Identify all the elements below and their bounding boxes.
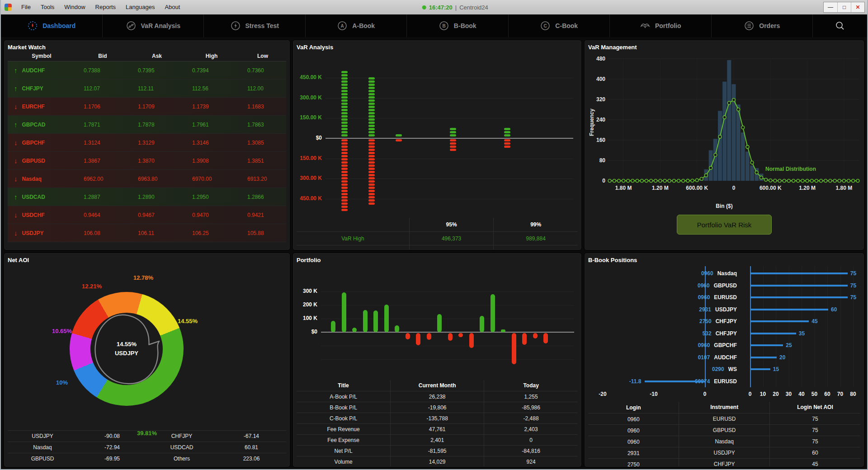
- net-aoi-table-row: Nasdaq-72.94USDCAD60.81: [8, 442, 286, 453]
- svg-text:0: 0: [602, 178, 605, 184]
- portfolio-bar: [416, 333, 420, 345]
- market-watch-row[interactable]: ↑CHFJPY112.07112.11112.56112.00: [8, 80, 286, 98]
- symbol-cell: ↑AUDCHF: [8, 66, 75, 74]
- header-cell: 99%: [493, 218, 578, 231]
- loss-dot: [341, 190, 348, 192]
- gain-dot: [341, 128, 348, 130]
- market-watch-row[interactable]: ↓GBPUSD1.38671.38701.39081.3851: [8, 152, 286, 170]
- portfolio-var-risk-button[interactable]: Portfolio VaR Risk: [677, 215, 772, 235]
- gain-dot: [450, 128, 456, 130]
- market-watch-row[interactable]: ↑GBPCAD1.78711.78781.79611.7863: [8, 116, 286, 134]
- tab-c-book[interactable]: CC-Book: [509, 14, 610, 37]
- instrument-name: CHFJPY: [716, 330, 737, 337]
- tab-dashboard[interactable]: Dashboard: [1, 14, 103, 37]
- menu-about[interactable]: About: [160, 0, 185, 14]
- instrument-name: CHFJPY: [716, 318, 737, 324]
- cell: Fee Revenue: [297, 426, 390, 432]
- gain-dot: [341, 106, 348, 108]
- minimize-button[interactable]: —: [824, 2, 837, 12]
- column-header-ask: Ask: [130, 53, 184, 59]
- cell: 2750: [588, 461, 679, 468]
- menu-tools[interactable]: Tools: [36, 0, 59, 14]
- title-bar: FileToolsWindowReportsLanguagesAbout 16:…: [1, 0, 867, 14]
- login-number: 2931: [699, 306, 711, 313]
- loss-dot: [368, 164, 375, 167]
- net-aoi-table-row: USDJPY-90.08CHFJPY-67.14: [8, 430, 286, 442]
- market-watch-row[interactable]: ↓Nasdaq6962.006963.806970.006913.20: [8, 170, 286, 188]
- tab-stress-test[interactable]: Stress Test: [204, 14, 306, 37]
- tab-orders[interactable]: Orders: [712, 14, 813, 37]
- market-watch-row[interactable]: ↓USDJPY106.08106.11106.25105.88: [8, 224, 286, 242]
- cell: 0960: [588, 428, 679, 434]
- portfolio-table-header: TitleCurrent MonthToday: [297, 380, 578, 391]
- market-watch-row[interactable]: ↓EURCHF1.17061.17091.17391.1683: [8, 98, 286, 116]
- gain-dot: [368, 112, 375, 114]
- menu-reports[interactable]: Reports: [90, 0, 121, 14]
- loss-dot: [368, 139, 375, 141]
- tab-portfolio[interactable]: Portfolio: [610, 14, 712, 37]
- loss-dot: [368, 177, 375, 179]
- ask-value: 1.3129: [130, 140, 184, 146]
- tab-b-book[interactable]: BB-Book: [407, 14, 509, 37]
- menu-file[interactable]: File: [16, 0, 36, 14]
- market-watch-panel: Market Watch SymbolBidAskHighLow ↑AUDCHF…: [4, 40, 290, 250]
- market-watch-row[interactable]: ↑USDCAD1.28871.28901.29501.2866: [8, 188, 286, 206]
- loss-dot: [450, 149, 456, 151]
- svg-text:80: 80: [599, 157, 606, 164]
- cell: 75: [769, 414, 860, 425]
- gain-dot: [368, 134, 375, 136]
- x-axis-tick: 50: [811, 391, 817, 397]
- header-cell: Instrument: [679, 402, 769, 413]
- menu-window[interactable]: Window: [59, 0, 90, 14]
- search-button[interactable]: [813, 14, 867, 37]
- symbol-name: USDJPY: [22, 230, 44, 236]
- cell: USDJPY: [679, 447, 769, 459]
- gain-dot: [368, 106, 375, 108]
- loss-dot: [504, 139, 510, 141]
- market-watch-title: Market Watch: [8, 44, 286, 51]
- arrow-down-icon: ↓: [14, 211, 18, 219]
- gain-dot: [368, 77, 375, 80]
- login-number: 0107: [698, 354, 710, 361]
- loss-dot: [504, 142, 510, 145]
- y-axis-label: 200 K: [297, 301, 317, 308]
- gain-dot: [368, 103, 375, 105]
- maximize-button[interactable]: □: [837, 2, 851, 12]
- position-row-label: 0960Nasdaq: [701, 270, 737, 277]
- tab-label: Orders: [759, 22, 780, 29]
- instrument-name: EURUSD: [714, 294, 737, 301]
- arrow-up-icon: ↑: [14, 121, 18, 128]
- portfolio-chart: 300 K200 K100 K$0: [297, 265, 578, 379]
- column-header-bid: Bid: [75, 53, 130, 59]
- nav-bar: DashboardVaR AnalysisStress TestAA-BookB…: [1, 14, 867, 37]
- tab-label: B-Book: [454, 22, 476, 29]
- market-watch-row[interactable]: ↓USDCHF0.94640.94670.94700.9421: [8, 206, 286, 224]
- y-axis-label: 150.00 K: [297, 114, 322, 121]
- tab-a-book[interactable]: AA-Book: [306, 14, 407, 37]
- instrument-name: Nasdaq: [717, 270, 737, 277]
- loss-dot: [341, 158, 348, 160]
- var-management-panel: VaR Management 080160240320400480Frequen…: [584, 40, 864, 250]
- cell: -84,816: [484, 446, 578, 456]
- position-bar: [751, 320, 809, 322]
- svg-text:160: 160: [596, 137, 605, 143]
- loss-dot: [450, 146, 456, 148]
- net-aoi-center-label: 14.55% USDJPY: [90, 340, 163, 358]
- market-watch-row[interactable]: ↓GBPCHF1.31241.31291.31461.3085: [8, 134, 286, 152]
- cell: 0960: [588, 439, 679, 445]
- market-watch-row[interactable]: ↑AUDCHF0.73880.73950.73940.7360: [8, 61, 286, 80]
- loss-dot: [368, 142, 375, 145]
- portfolio-table: TitleCurrent MonthTodayA-Book P/L26,2381…: [297, 380, 578, 467]
- menu-languages[interactable]: Languages: [121, 0, 160, 14]
- close-button[interactable]: ✕: [851, 2, 864, 12]
- loss-dot: [341, 202, 348, 205]
- svg-text:Frequency: Frequency: [589, 108, 595, 136]
- symbol-cell: ↓EURCHF: [8, 103, 75, 110]
- tab-var-analysis[interactable]: VaR Analysis: [103, 14, 204, 37]
- login-number: 0960: [698, 282, 710, 289]
- svg-text:0: 0: [732, 185, 736, 191]
- portfolio-bar: [480, 316, 484, 332]
- x-axis-tick: 80: [850, 391, 856, 397]
- gain-dot: [341, 109, 348, 111]
- menu-bar: FileToolsWindowReportsLanguagesAbout: [16, 0, 185, 14]
